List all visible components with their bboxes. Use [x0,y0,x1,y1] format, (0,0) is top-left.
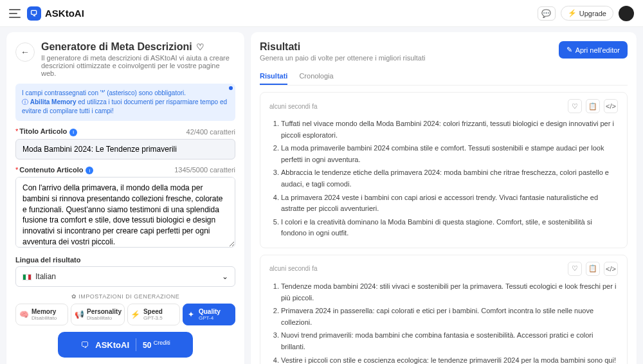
info-icon: ⓘ [22,98,30,105]
results-subtitle: Genera un paio di volte per ottenere i m… [260,54,425,62]
brain-icon: 🧠 [19,309,29,320]
menu-icon[interactable] [9,9,21,18]
result-list: Tuffati nel vivace mondo della Moda Bamb… [269,118,618,239]
title-counter: 42/400 caratteri [186,128,235,136]
lang-label: Lingua del risultato [15,256,80,264]
open-editor-label: Apri nell'editor [575,46,620,54]
tab-results[interactable]: Risultati [260,68,287,85]
favorite-icon[interactable]: ♡ [568,262,582,276]
quality-chip[interactable]: ✦QualityGPT-4 [183,304,235,325]
upgrade-button[interactable]: ⚡ Upgrade [561,6,613,21]
code-icon[interactable]: </> [604,99,618,113]
logo-badge-icon: 🗨 [80,340,89,350]
list-item: Primavera 2024 in passerella: capi color… [281,305,618,328]
results-tabs: Risultati Cronologia [260,68,628,86]
brand-name: ASKtoAI [45,8,84,19]
result-card: alcuni secondi fa ♡ 📋 </> Tendenze moda … [260,255,628,364]
hint-box: I campi contrassegnati con '*' (asterisc… [15,84,235,121]
bolt-icon: ⚡ [131,309,141,320]
chevron-down-icon: ⌄ [222,272,228,281]
list-item: Nuovi trend primaverili: moda bambini ch… [281,330,618,352]
page-title: Generatore di Meta Descrizioni [41,41,192,53]
italy-flag-icon [23,274,32,280]
personality-chip[interactable]: 📢PersonalityDisabilitato [71,304,125,325]
list-item: Tendenze moda bambini 2024: stili vivaci… [281,281,618,304]
list-item: Tuffati nel vivace mondo della Moda Bamb… [281,118,618,141]
generate-button[interactable]: 🗨 ASKtoAI 50 Crediti [58,332,193,358]
back-button[interactable]: ← [15,42,35,62]
speed-chip[interactable]: ⚡SpeedGPT-3.5 [127,304,180,325]
notification-dot-icon [229,86,233,90]
result-time: alcuni secondi fa [269,265,318,272]
generation-settings: 🧠MemoryDisabilitato 📢PersonalityDisabili… [15,304,235,325]
avatar[interactable] [619,6,634,21]
chat-icon[interactable]: 💬 [538,6,556,21]
hint-line1: I campi contrassegnati con '*' (asterisc… [22,89,229,98]
credits-lbl: Crediti [154,340,170,346]
language-select[interactable]: Italian ⌄ [15,266,235,287]
bolt-icon: ⚡ [568,9,577,17]
content-textarea[interactable]: Con l'arrivo della primavera, il mondo d… [15,177,235,248]
cta-brand: ASKtoAI [95,340,129,350]
list-item: La primavera 2024 veste i bambini con ca… [281,192,618,215]
content-counter: 1345/5000 caratteri [174,166,235,174]
result-list: Tendenze moda bambini 2024: stili vivaci… [269,281,618,364]
info-icon[interactable]: i [86,167,93,174]
favorite-icon[interactable]: ♡ [196,42,204,52]
topbar: 🗨 ASKtoAI 💬 ⚡ Upgrade [0,0,643,27]
copy-icon[interactable]: 📋 [586,99,600,113]
list-item: La moda primaverile bambini 2024 combina… [281,143,618,165]
brand-logo[interactable]: 🗨 ASKtoAI [27,6,84,21]
results-panel: Risultati Genera un paio di volte per ot… [251,32,637,364]
enable-memory-link[interactable]: Abilita Memory [30,98,77,105]
result-time: alcuni secondi fa [269,103,318,110]
open-editor-button[interactable]: ✎ Apri nell'editor [559,41,628,59]
memory-chip[interactable]: 🧠MemoryDisabilitato [15,304,68,325]
info-icon[interactable]: i [69,129,77,136]
code-icon[interactable]: </> [604,262,618,276]
list-item: Abbraccia le tendenze etiche della prima… [281,167,618,190]
favorite-icon[interactable]: ♡ [568,99,582,113]
upgrade-label: Upgrade [579,10,606,17]
list-item: Vestire i piccoli con stile e coscienza … [281,355,618,365]
credits-num: 50 [143,341,151,350]
content-label: Contenuto Articolo [19,166,83,174]
page-subtitle: Il generatore di meta descrizioni di ASK… [41,54,235,77]
list-item: I colori e la creatività dominano la Mod… [281,217,618,239]
tab-history[interactable]: Cronologia [299,68,333,85]
lang-value: Italian [35,272,56,281]
speaker-icon: 📢 [74,309,84,320]
gear-icon: ✿ [71,293,77,300]
results-title: Risultati [260,41,425,53]
left-panel: ← Generatore di Meta Descrizioni ♡ Il ge… [6,32,244,364]
title-label: Titolo Articolo [19,127,67,135]
gen-settings-label: IMPOSTAZIONI DI GENERAZIONE [78,293,179,300]
title-input[interactable] [15,139,235,159]
logo-badge-icon: 🗨 [27,6,41,21]
result-card: alcuni secondi fa ♡ 📋 </> Tuffati nel vi… [260,92,628,248]
pencil-icon: ✎ [566,46,572,54]
copy-icon[interactable]: 📋 [586,262,600,276]
sparkle-icon: ✦ [186,309,196,320]
